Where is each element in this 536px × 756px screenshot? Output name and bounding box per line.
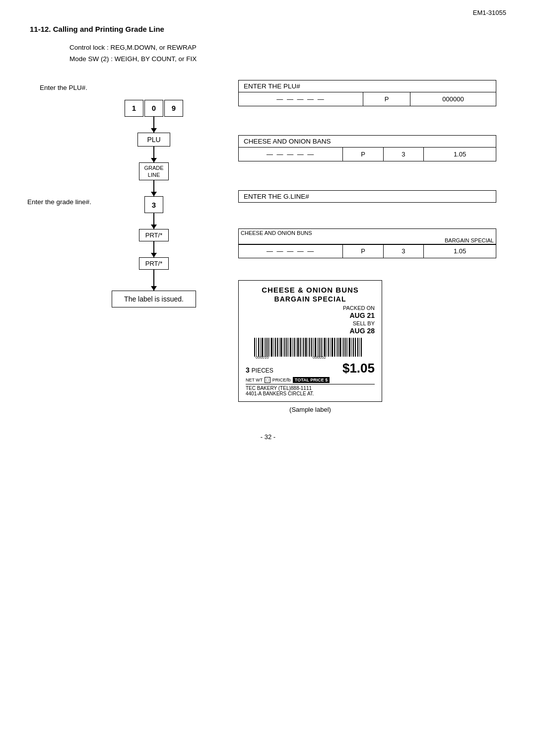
svg-rect-38 (327, 338, 327, 357)
svg-rect-41 (332, 338, 333, 357)
svg-rect-56 (361, 338, 362, 357)
pieces-row: 3 PIECES $1.05 (246, 361, 375, 376)
svg-rect-53 (355, 338, 356, 357)
svg-rect-49 (347, 338, 348, 357)
svg-rect-8 (269, 338, 270, 357)
right-column: ENTER THE PLU# — — — — — P 000000 CHEESE… (238, 80, 496, 413)
svg-rect-44 (337, 338, 338, 357)
svg-rect-25 (302, 338, 302, 357)
section-title: 11-12. Calling and Printing Grade Line (30, 25, 506, 33)
key-1: 1 (125, 100, 143, 117)
svg-rect-18 (288, 338, 289, 357)
svg-rect-4 (262, 338, 263, 357)
sample-label-caption: (Sample label) (238, 406, 382, 413)
sample-label-title: CHEESE & ONION BUNS (246, 286, 375, 294)
svg-rect-33 (317, 338, 318, 357)
prt-node-2: PRT/* (139, 257, 169, 270)
display-1-title: ENTER THE PLU# (238, 80, 496, 92)
control-info-line1: Control lock : REG,M.DOWN, or REWRAP (69, 42, 506, 54)
pieces-label: PIECES (252, 367, 273, 374)
sell-date: AUG 28 (343, 327, 375, 335)
display-4-price: 1.05 (424, 245, 496, 258)
svg-rect-46 (342, 338, 342, 357)
footer-line-2: 4401-A BANKERS CIRCLE AT. (246, 391, 375, 396)
net-row: NET WT □ PRICE/lb TOTAL PRICE $ (246, 377, 375, 383)
page: EM1-31055 11-12. Calling and Printing Gr… (0, 0, 536, 756)
display-4-main-title: CHEESE AND ONION BUNS (239, 229, 496, 237)
display-1-p: P (363, 92, 410, 106)
svg-rect-54 (357, 338, 358, 357)
arrow-2 (153, 147, 154, 162)
display-2-dashes: — — — — — (239, 148, 343, 161)
pieces-num: 3 (246, 366, 250, 374)
display-2: CHEESE AND ONION BANS — — — — — P 3 1.05 (238, 135, 496, 161)
arrow-1 (153, 117, 154, 133)
pieces-price: $1.05 (342, 361, 375, 376)
svg-rect-51 (351, 338, 352, 357)
svg-rect-15 (283, 338, 283, 357)
plu-node: PLU (137, 133, 170, 147)
svg-rect-32 (315, 338, 316, 357)
svg-rect-13 (279, 338, 279, 357)
svg-rect-47 (343, 338, 344, 357)
svg-text:000010: 000010 (256, 355, 269, 359)
svg-rect-52 (353, 338, 354, 357)
packed-date: AUG 21 (343, 311, 375, 319)
svg-rect-21 (294, 338, 295, 357)
svg-rect-24 (300, 338, 301, 357)
svg-rect-11 (275, 338, 276, 357)
display-2-price: 1.05 (424, 148, 496, 161)
svg-rect-2 (258, 338, 259, 357)
svg-rect-30 (311, 338, 312, 357)
display-4-p: P (343, 245, 383, 258)
svg-rect-37 (324, 338, 326, 357)
svg-rect-5 (264, 338, 265, 357)
display-4-title-box: CHEESE AND ONION BUNS BARGAIN SPECIAL (238, 228, 496, 244)
display-4-sub-title: BARGAIN SPECIAL (239, 237, 496, 244)
footer-line-1: TEC BAKERY (TEL)888-1111 (246, 385, 375, 391)
svg-rect-31 (313, 338, 314, 357)
svg-rect-1 (256, 338, 257, 357)
display-4-num: 3 (384, 245, 424, 258)
svg-rect-29 (309, 338, 310, 357)
arrow-4 (153, 213, 154, 229)
key-0: 0 (144, 100, 163, 117)
flow-diagram: Enter the PLU#. 1 0 9 PLU GRADE LINE (30, 80, 238, 308)
display-2-num: 3 (384, 148, 424, 161)
display-4-dashes: — — — — — (239, 245, 343, 258)
packed-label: PACKED ON (343, 305, 375, 311)
display-2-row: — — — — — P 3 1.05 (238, 148, 496, 161)
display-2-title: CHEESE AND ONION BANS (238, 135, 496, 148)
display-1-price: 000000 (410, 92, 496, 106)
net-wt-label: NET WT (246, 378, 263, 382)
doc-reference: EM1-31055 (473, 9, 506, 16)
svg-rect-3 (260, 338, 261, 357)
svg-rect-40 (330, 338, 331, 357)
display-2-p: P (343, 148, 383, 161)
display-1-row: — — — — — P 000000 (238, 92, 496, 106)
svg-rect-20 (292, 338, 293, 357)
page-number: - 32 - (30, 433, 506, 441)
svg-rect-23 (297, 338, 299, 357)
svg-rect-45 (339, 338, 341, 357)
display-3-title: ENTER THE G.LINE# (238, 190, 496, 203)
barcode-svg: 000010 000052 (253, 338, 367, 359)
arrow-5 (153, 241, 154, 257)
net-wt-box: □ (265, 377, 270, 383)
label-issued-node: The label is issued. (112, 291, 196, 307)
packed-section: PACKED ON AUG 21 SELL BY AUG 28 (246, 305, 375, 336)
svg-rect-26 (303, 338, 304, 357)
display-4-row: — — — — — P 3 1.05 (238, 244, 496, 258)
sample-label: CHEESE & ONION BUNS BARGAIN SPECIAL PACK… (238, 280, 382, 402)
svg-rect-34 (319, 338, 320, 357)
svg-rect-6 (266, 338, 267, 357)
svg-rect-48 (345, 338, 346, 357)
control-info-line2: Mode SW (2) : WEIGH, BY COUNT, or FIX (69, 54, 506, 65)
grade-line-node: GRADE LINE (139, 162, 169, 181)
svg-rect-39 (328, 338, 329, 357)
flow-center: 1 0 9 PLU GRADE LINE Ent (112, 95, 196, 308)
svg-rect-22 (296, 338, 296, 357)
svg-rect-0 (254, 338, 255, 357)
sell-label: SELL BY (343, 320, 375, 326)
svg-rect-27 (305, 338, 307, 357)
